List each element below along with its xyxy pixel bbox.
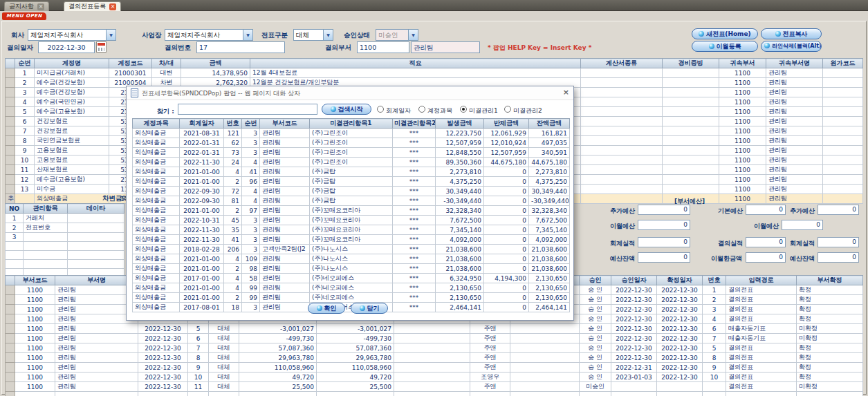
cell[interactable]: 관리팀 [766, 88, 823, 97]
cell[interactable]: 대체 [209, 324, 239, 334]
cell[interactable]: (주)그린조이 [310, 138, 393, 148]
cell[interactable]: 관리팀 [260, 225, 310, 235]
cell[interactable]: 외상매출금 [133, 293, 180, 303]
cell[interactable] [581, 194, 663, 204]
cell[interactable] [6, 334, 15, 343]
cell[interactable]: 관리팀 [766, 194, 823, 204]
cell[interactable]: 9 [188, 363, 209, 373]
cell[interactable]: 2022-12-30 [657, 305, 703, 314]
line-delete-button[interactable]: 라인삭제(블럭(Alt)) [761, 41, 822, 52]
cell[interactable]: 1100 [15, 295, 55, 305]
cell[interactable]: 2022-12-30 [657, 324, 703, 334]
cell[interactable] [68, 251, 124, 260]
cell[interactable]: 2022-12-30 [611, 305, 657, 314]
cell[interactable] [581, 78, 663, 88]
cell[interactable]: 관리팀 [260, 129, 310, 138]
cell[interactable]: 3 [242, 138, 260, 148]
cell[interactable]: 2022-12-30 [138, 353, 188, 363]
table-row[interactable] [6, 242, 124, 251]
cell[interactable]: 확정 [797, 305, 863, 314]
cell[interactable]: 관리팀 [55, 373, 138, 382]
table-row[interactable]: 외상매출금2021-01-00499관리팀(주)네오피에스***2,130,65… [133, 283, 570, 293]
cell[interactable] [6, 285, 15, 295]
cell[interactable]: 1100 [719, 126, 766, 136]
cell[interactable]: 4 [242, 158, 260, 167]
table-row[interactable]: 외상매출금2021-01-00298관리팀(주)나노시스***21,038,60… [133, 264, 570, 274]
table-row[interactable]: 1100관리팀2022-12-306대체-499,730-499,730주앤승 … [6, 334, 863, 343]
cell[interactable]: 340,591 [529, 148, 570, 158]
cell[interactable]: 2022-12-30 [611, 353, 657, 363]
cell[interactable] [797, 392, 863, 396]
cell[interactable]: 57,087,360 [317, 343, 394, 353]
cell[interactable]: 관리팀 [766, 97, 823, 107]
new-voucher-button[interactable]: 새전표(Home) [692, 28, 758, 39]
cell[interactable]: 관리팀 [260, 158, 310, 167]
cell[interactable] [823, 107, 863, 117]
table-row[interactable]: 외상매출금2022-09-30724관리팀(주)금탑***30,349,4400… [133, 187, 570, 196]
cell[interactable] [581, 97, 663, 107]
table-row[interactable]: 외상매출금2022-01-31733관리팀(주)그린조이***12,848,55… [133, 148, 570, 158]
cell[interactable]: 2,464,141 [529, 303, 570, 312]
cell[interactable]: 2022-12-30 [657, 353, 703, 363]
cell[interactable] [6, 78, 15, 88]
cell[interactable]: 관리팀 [260, 254, 310, 264]
cell[interactable]: *** [393, 225, 436, 235]
cell[interactable]: 주앤 [470, 353, 510, 363]
cell[interactable]: 18 [224, 303, 242, 312]
cell[interactable]: 2021-01-00 [180, 293, 224, 303]
cell[interactable]: 관리팀 [260, 303, 310, 312]
cell[interactable]: 29,963,780 [239, 353, 317, 363]
cell[interactable]: 관리팀 [766, 78, 823, 88]
cell[interactable]: 예수금(고용보험) [35, 175, 109, 185]
cell[interactable]: 4 [224, 167, 242, 177]
cell[interactable]: 예수금(건강보험) [35, 78, 109, 88]
cell[interactable]: 12,507,959 [484, 148, 529, 158]
cell[interactable]: 관리팀 [766, 185, 823, 194]
cell[interactable]: 외상매출금 [133, 245, 180, 254]
cell[interactable] [6, 68, 15, 78]
cell[interactable] [6, 314, 15, 324]
cell[interactable]: 전표번호 [24, 223, 68, 233]
cell[interactable]: 32,328,340 [529, 206, 570, 216]
cell[interactable] [823, 136, 863, 146]
cell[interactable]: 외상매출금 [133, 177, 180, 187]
cell[interactable]: 예수금(고용보험) [35, 107, 109, 117]
cell[interactable]: 45 [224, 216, 242, 225]
cell[interactable]: 미승인 [580, 382, 611, 392]
cell[interactable]: 1100 [719, 88, 766, 97]
cell[interactable]: 결의전표 [726, 314, 797, 324]
cell[interactable]: 2,130,650 [529, 283, 570, 293]
cell[interactable] [823, 88, 863, 97]
cell[interactable]: 30,349,440 [436, 187, 484, 196]
cell[interactable]: 6 [188, 334, 209, 343]
cell[interactable]: 11 [15, 165, 35, 175]
cell[interactable]: 41 [242, 167, 260, 177]
cell[interactable]: 관리팀 [55, 324, 138, 334]
cell[interactable]: 49,720 [239, 373, 317, 382]
cell[interactable]: 결의전표 [726, 305, 797, 314]
cell[interactable]: 2022-12-30 [138, 373, 188, 382]
cell[interactable]: 관리팀 [260, 283, 310, 293]
cell[interactable]: 14,378,950 [181, 68, 250, 78]
cell[interactable]: (주)나노시스 [310, 254, 393, 264]
cell[interactable]: 1100 [719, 107, 766, 117]
cell[interactable]: 2022-11-30 [180, 225, 224, 235]
cell[interactable]: 3 [15, 88, 35, 97]
cell[interactable]: 2022-12-30 [657, 314, 703, 324]
cell[interactable]: 7,345,140 [529, 225, 570, 235]
cell[interactable]: 외상매출금 [133, 216, 180, 225]
cell[interactable]: 44,675,180 [484, 158, 529, 167]
cell[interactable] [6, 382, 15, 392]
cell[interactable] [663, 146, 719, 155]
cell[interactable]: 21,038,600 [529, 264, 570, 274]
cell[interactable]: 6 [15, 117, 35, 126]
cell[interactable]: 건강보험료 [35, 117, 109, 126]
close-icon[interactable]: × [563, 88, 569, 97]
cell[interactable]: 8 [15, 136, 35, 146]
cell[interactable]: 2022-12-30 [611, 314, 657, 324]
cell[interactable]: 결의전표 [726, 343, 797, 353]
table-row[interactable]: 2전표번호 [6, 223, 124, 233]
cell[interactable]: 0 [484, 216, 529, 225]
cell[interactable]: 5 [15, 107, 35, 117]
cell[interactable]: 주앤 [470, 363, 510, 373]
